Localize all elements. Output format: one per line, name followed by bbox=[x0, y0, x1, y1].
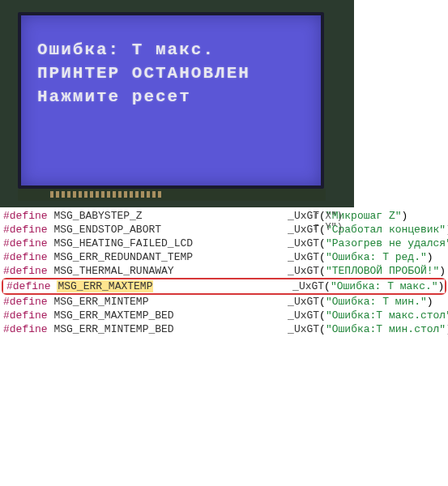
keyword: #define bbox=[6, 280, 51, 292]
partial-code-1: г X") bbox=[314, 211, 349, 222]
lcd-line-1: Ошибка: Т макс. bbox=[37, 40, 305, 59]
string: "Ошибка: Т макс." bbox=[331, 280, 438, 292]
string: "Ошибка:Т макс.стол" bbox=[326, 309, 448, 322]
code-line[interactable]: #define MSG_ERR_MINTEMP_BED _UxGT("Ошибк… bbox=[0, 322, 448, 336]
keyword: #define bbox=[3, 323, 48, 335]
function: _UxGT bbox=[288, 323, 319, 335]
lcd-screen: Ошибка: Т макс. ПРИНТЕР ОСТАНОВЛЕН Нажми… bbox=[18, 12, 324, 189]
identifier: MSG_ERR_REDUNDANT_TEMP bbox=[53, 251, 193, 263]
function: _UxGT bbox=[288, 237, 319, 249]
keyword: #define bbox=[3, 296, 48, 308]
code-line-highlighted[interactable]: #define MSG_ERR_MAXTEMP _UxGT("Ошибка: Т… bbox=[3, 279, 445, 293]
identifier: MSG_ENDSTOP_ABORT bbox=[53, 224, 161, 236]
lcd-line-2: ПРИНТЕР ОСТАНОВЛЕН bbox=[37, 64, 305, 83]
keyword: #define bbox=[3, 251, 48, 263]
keyword: #define bbox=[3, 309, 48, 322]
string: "Ошибка:Т мин.стол" bbox=[326, 323, 446, 335]
code-line[interactable]: #define MSG_ENDSTOP_ABORT _UxGT("Сработа… bbox=[0, 223, 448, 237]
identifier-highlighted: MSG_ERR_MAXTEMP bbox=[57, 280, 153, 292]
keyword: #define bbox=[3, 265, 48, 277]
keyword: #define bbox=[3, 224, 48, 236]
code-line[interactable]: #define MSG_HEATING_FAILED_LCD _UxGT("Ра… bbox=[0, 237, 448, 250]
highlighted-row: #define MSG_ERR_MAXTEMP _UxGT("Ошибка: Т… bbox=[2, 278, 446, 295]
partial-code-2: г Y") bbox=[314, 222, 349, 233]
keyword: #define bbox=[3, 237, 48, 249]
function: _UxGT bbox=[288, 309, 319, 322]
string: "Разогрев не удался" bbox=[326, 237, 448, 249]
lcd-photo: Ошибка: Т макс. ПРИНТЕР ОСТАНОВЛЕН Нажми… bbox=[0, 0, 354, 207]
identifier: MSG_ERR_MINTEMP_BED bbox=[53, 323, 173, 335]
string: "ТЕПЛОВОЙ ПРОБОЙ!" bbox=[326, 265, 439, 277]
code-line[interactable]: #define MSG_BABYSTEP_Z _UxGT("Микрошаг Z… bbox=[0, 209, 448, 223]
code-block: #define MSG_BABYSTEP_Z _UxGT("Микрошаг Z… bbox=[0, 207, 448, 338]
identifier: MSG_ERR_MAXTEMP_BED bbox=[53, 309, 173, 322]
code-line[interactable]: #define MSG_ERR_MINTEMP _UxGT("Ошибка: Т… bbox=[0, 295, 448, 309]
function: _UxGT bbox=[288, 251, 319, 263]
keyword: #define bbox=[3, 210, 48, 222]
identifier: MSG_THERMAL_RUNAWAY bbox=[53, 265, 173, 277]
pcb-edge bbox=[18, 189, 326, 201]
function: _UxGT bbox=[288, 265, 319, 277]
lcd-line-3: Нажмите ресет bbox=[37, 87, 305, 106]
string: "Ошибка: Т ред." bbox=[326, 251, 427, 263]
code-line[interactable]: #define MSG_THERMAL_RUNAWAY _UxGT("ТЕПЛО… bbox=[0, 264, 448, 278]
function: _UxGT bbox=[288, 296, 319, 308]
identifier: MSG_BABYSTEP_Z bbox=[53, 210, 142, 222]
identifier: MSG_ERR_MINTEMP bbox=[53, 296, 148, 308]
code-line[interactable]: #define MSG_ERR_REDUNDANT_TEMP _UxGT("Ош… bbox=[0, 250, 448, 264]
function: _UxGT bbox=[292, 280, 324, 292]
identifier: MSG_HEATING_FAILED_LCD bbox=[53, 237, 193, 249]
code-line[interactable]: #define MSG_ERR_MAXTEMP_BED _UxGT("Ошибк… bbox=[0, 309, 448, 322]
string: "Ошибка: Т мин." bbox=[326, 296, 427, 308]
